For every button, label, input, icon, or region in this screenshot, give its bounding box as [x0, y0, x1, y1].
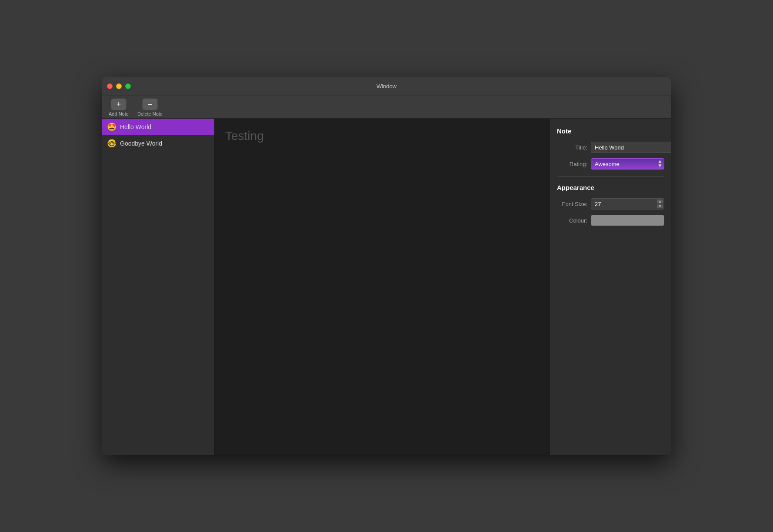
rating-select[interactable]: Awesome Good Okay Bad: [591, 158, 664, 170]
add-note-label: Add Note: [109, 111, 129, 116]
item-emoji-goodbye: 🤓: [107, 139, 117, 148]
item-label-hello: Hello World: [120, 123, 151, 130]
add-note-toolbar-item: + Add Note: [109, 98, 129, 116]
item-label-goodbye: Goodbye World: [120, 140, 162, 147]
item-emoji-hello: 🤩: [107, 122, 117, 132]
traffic-lights: [107, 83, 131, 89]
font-size-spinners: ▲ ▼: [656, 200, 663, 209]
note-section-title: Note: [557, 127, 664, 135]
font-size-input[interactable]: [591, 198, 664, 209]
colour-swatch[interactable]: [591, 215, 664, 226]
main-content: 🤩 Hello World 🤓 Goodbye World Testing No…: [102, 119, 671, 455]
sidebar: 🤩 Hello World 🤓 Goodbye World: [102, 119, 215, 455]
colour-label: Colour:: [557, 217, 587, 224]
appearance-section-title: Appearance: [557, 184, 664, 191]
font-size-spinner-wrapper: ▲ ▼: [591, 198, 664, 209]
inspector-panel: Note Title: Rating: Awesome Good Okay Ba…: [550, 119, 671, 455]
rating-label: Rating:: [557, 161, 587, 167]
rating-select-wrapper: Awesome Good Okay Bad ▲ ▼: [591, 158, 664, 170]
list-item-hello-world[interactable]: 🤩 Hello World: [102, 119, 214, 135]
delete-note-label: Delete Note: [137, 111, 163, 116]
list-item-goodbye-world[interactable]: 🤓 Goodbye World: [102, 135, 214, 152]
add-note-button[interactable]: +: [111, 98, 127, 110]
font-size-up-button[interactable]: ▲: [656, 200, 663, 204]
font-size-down-button[interactable]: ▼: [656, 204, 663, 209]
font-size-label: Font Size:: [557, 201, 587, 207]
title-input[interactable]: [591, 142, 671, 153]
maximize-button[interactable]: [125, 83, 131, 89]
toolbar: + Add Note − Delete Note: [102, 96, 671, 119]
editor-placeholder: Testing: [225, 129, 264, 143]
colour-row: Colour:: [557, 215, 664, 226]
minimize-button[interactable]: [116, 83, 122, 89]
editor-area[interactable]: Testing: [215, 119, 550, 455]
close-button[interactable]: [107, 83, 113, 89]
inspector-divider: [557, 176, 664, 177]
window-title: Window: [377, 83, 396, 90]
rating-row: Rating: Awesome Good Okay Bad ▲ ▼: [557, 158, 664, 170]
titlebar: Window: [102, 77, 671, 96]
delete-note-button[interactable]: −: [142, 98, 158, 110]
title-label: Title:: [557, 144, 587, 151]
delete-note-toolbar-item: − Delete Note: [137, 98, 163, 116]
font-size-row: Font Size: ▲ ▼: [557, 198, 664, 209]
main-window: Window + Add Note − Delete Note 🤩 Hello …: [102, 77, 671, 455]
title-row: Title:: [557, 142, 664, 153]
